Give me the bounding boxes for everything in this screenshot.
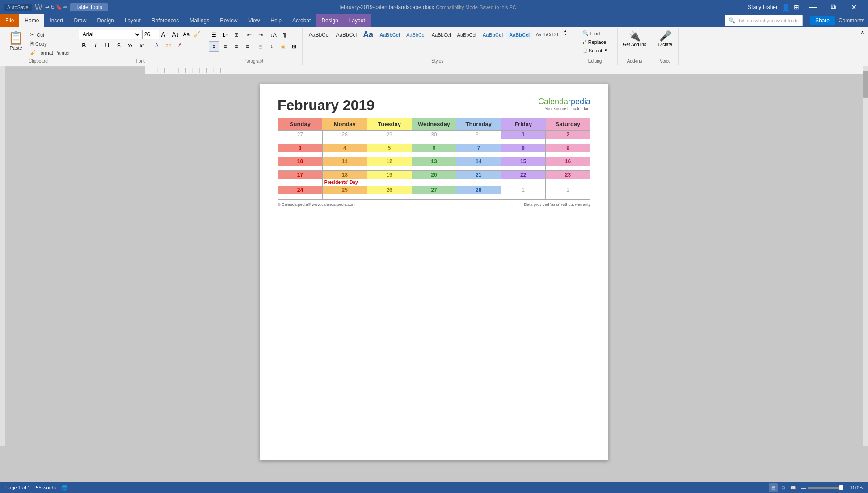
- copy-icon: ⎘: [30, 40, 34, 47]
- multilevel-list-button[interactable]: ⊞: [231, 30, 242, 40]
- sort-button[interactable]: ↕A: [268, 30, 279, 40]
- font-name-select[interactable]: Arial: [79, 30, 141, 39]
- font-size-input[interactable]: [142, 30, 159, 39]
- find-button[interactable]: 🔍 Find: [580, 30, 611, 37]
- format-painter-button[interactable]: 🖌 Format Painter: [28, 48, 72, 57]
- tab-draw[interactable]: Draw: [68, 14, 92, 27]
- style-heading5[interactable]: AaBbCcl: [480, 31, 506, 39]
- compat-mode: Compatibility Mode: [436, 4, 478, 10]
- share-button[interactable]: Share: [810, 16, 835, 25]
- justify-button[interactable]: ≡: [242, 41, 253, 52]
- tab-acrobat[interactable]: Acrobat: [287, 14, 316, 27]
- tab-help[interactable]: Help: [265, 14, 287, 27]
- header-thursday: Thursday: [456, 118, 501, 131]
- user-name: Stacy Fisher: [748, 4, 778, 10]
- scroll-thumb[interactable]: [863, 71, 868, 98]
- text-effects-button[interactable]: A: [152, 40, 162, 51]
- web-layout-button[interactable]: ⊟: [779, 483, 788, 492]
- get-addins-button[interactable]: 🔌 Get Add-ins: [621, 29, 648, 49]
- style-heading2[interactable]: AaBbCcl: [404, 31, 428, 39]
- styles-more-button[interactable]: ▲ ▼ —: [562, 29, 569, 41]
- scroll-bar[interactable]: [863, 66, 868, 446]
- columns-button[interactable]: ⊟: [255, 41, 266, 52]
- tab-design-context[interactable]: Design: [316, 14, 343, 27]
- style-title[interactable]: Aa: [360, 29, 376, 41]
- ribbon-display-icon[interactable]: ⊞: [794, 4, 799, 11]
- decrease-font-button[interactable]: A↓: [171, 30, 181, 39]
- account-icon[interactable]: 👤: [781, 3, 790, 12]
- text-highlight-button[interactable]: ab: [163, 40, 174, 51]
- strikethrough-button[interactable]: S: [114, 40, 124, 51]
- style-no-spacing[interactable]: AaBbCcl: [333, 30, 359, 39]
- paragraph-controls: ☰ 1≡ ⊞ ⇤ ⇥ ↕A ¶ ≡ ≡ ≡ ≡: [209, 29, 299, 52]
- zoom-slider[interactable]: [808, 487, 843, 489]
- comments-button[interactable]: Comments: [839, 17, 864, 24]
- show-hide-button[interactable]: ¶: [279, 30, 290, 40]
- borders-button[interactable]: ⊞: [289, 41, 299, 52]
- tab-insert[interactable]: Insert: [44, 14, 68, 27]
- align-left-button[interactable]: ≡: [209, 41, 219, 52]
- tab-layout-context[interactable]: Layout: [344, 14, 371, 27]
- zoom-in-button[interactable]: +: [845, 485, 848, 490]
- header-friday: Friday: [501, 118, 546, 131]
- tab-mailings[interactable]: Mailings: [184, 14, 215, 27]
- style-heading6[interactable]: AaBbCcl: [506, 31, 532, 39]
- paste-button[interactable]: 📋 Paste: [4, 29, 27, 52]
- align-right-button[interactable]: ≡: [231, 41, 242, 52]
- search-bar[interactable]: 🔍 Tell me what you want to do: [725, 15, 803, 26]
- dictate-icon: 🎤: [659, 30, 671, 42]
- zoom-handle[interactable]: [839, 485, 843, 490]
- tab-design[interactable]: Design: [92, 14, 119, 27]
- style-heading4[interactable]: AaBbCcl: [455, 31, 479, 39]
- align-center-button[interactable]: ≡: [220, 41, 231, 52]
- underline-button[interactable]: U: [102, 40, 113, 51]
- ribbon-collapse-button[interactable]: ∧: [859, 28, 866, 65]
- subscript-button[interactable]: x₂: [125, 40, 136, 51]
- table-tools-tab[interactable]: Table Tools: [70, 3, 108, 11]
- close-button[interactable]: ✕: [844, 0, 864, 14]
- change-case-button[interactable]: Aa: [181, 30, 191, 39]
- tab-review[interactable]: Review: [215, 14, 243, 27]
- tab-layout[interactable]: Layout: [119, 14, 146, 27]
- clear-format-button[interactable]: 🧹: [192, 30, 202, 39]
- cut-button[interactable]: ✂ Cut: [28, 30, 72, 39]
- paragraph-group: ☰ 1≡ ⊞ ⇤ ⇥ ↕A ¶ ≡ ≡ ≡ ≡: [206, 28, 303, 65]
- restore-button[interactable]: ⧉: [823, 0, 844, 14]
- dictate-button[interactable]: 🎤 Dictate: [657, 29, 674, 49]
- style-heading1[interactable]: AaBbCcl: [377, 31, 403, 39]
- superscript-button[interactable]: x²: [137, 40, 147, 51]
- line-spacing-button[interactable]: ↕: [266, 41, 277, 52]
- font-group: Arial A↑ A↓ Aa 🧹 B I U S x₂ x²: [76, 28, 205, 65]
- tab-home[interactable]: Home: [19, 14, 44, 27]
- bold-button[interactable]: B: [79, 40, 89, 51]
- tab-view[interactable]: View: [243, 14, 265, 27]
- select-button[interactable]: ⬚ Select ▼: [580, 47, 611, 54]
- tab-references[interactable]: References: [146, 14, 184, 27]
- shading-button[interactable]: ▣: [278, 41, 288, 52]
- bullets-button[interactable]: ☰: [209, 30, 219, 40]
- select-dropdown-icon: ▼: [604, 48, 607, 52]
- font-color-button[interactable]: A: [175, 40, 185, 51]
- copy-button[interactable]: ⎘ Copy: [28, 39, 72, 48]
- language-indicator[interactable]: 🌐: [61, 485, 67, 491]
- style-heading3[interactable]: AaBbCcl: [429, 31, 454, 39]
- increase-indent-button[interactable]: ⇥: [255, 30, 266, 40]
- style-normal[interactable]: AaBbCcl: [306, 30, 333, 39]
- day-cell: 13: [412, 157, 456, 171]
- status-bar: Page 1 of 1 55 words 🌐 ▤ ⊟ 📖 — + 100%: [0, 482, 868, 493]
- italic-button[interactable]: I: [90, 40, 101, 51]
- style-heading7[interactable]: AaBbCcDd: [533, 31, 560, 38]
- decrease-indent-button[interactable]: ⇤: [244, 30, 255, 40]
- autosave-indicator[interactable]: AutoSave: [4, 4, 32, 11]
- print-layout-button[interactable]: ▤: [769, 483, 778, 492]
- read-mode-button[interactable]: 📖: [788, 483, 797, 492]
- day-cell: 23: [546, 171, 590, 186]
- minimize-button[interactable]: —: [803, 0, 823, 14]
- increase-font-button[interactable]: A↑: [160, 30, 170, 39]
- replace-button[interactable]: ⇄ Replace: [580, 38, 611, 46]
- header-wednesday: Wednesday: [412, 118, 456, 131]
- tab-file[interactable]: File: [0, 14, 19, 27]
- numbering-button[interactable]: 1≡: [220, 30, 231, 40]
- day-cell: 4: [322, 144, 367, 157]
- zoom-out-button[interactable]: —: [801, 485, 806, 490]
